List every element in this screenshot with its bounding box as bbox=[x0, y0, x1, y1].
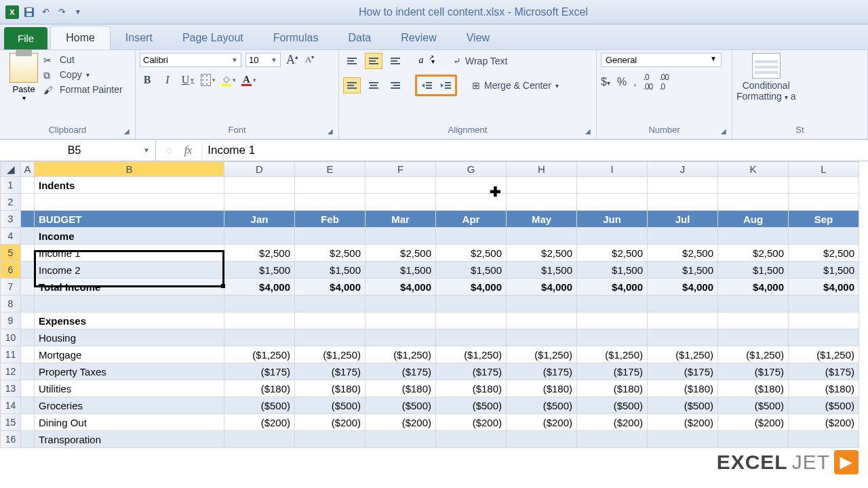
cell[interactable] bbox=[718, 228, 789, 245]
col-header[interactable]: K bbox=[718, 162, 789, 177]
cell[interactable] bbox=[21, 346, 35, 363]
row-header[interactable]: 7 bbox=[1, 279, 21, 296]
cell[interactable]: ($175) bbox=[789, 363, 859, 380]
cell[interactable]: ($180) bbox=[789, 380, 859, 397]
dialog-launcher-icon[interactable]: ◢ bbox=[585, 125, 591, 138]
cell[interactable] bbox=[295, 296, 366, 312]
row-header[interactable]: 11 bbox=[1, 346, 21, 363]
cell[interactable] bbox=[436, 296, 507, 312]
cell[interactable] bbox=[21, 228, 35, 245]
cell[interactable] bbox=[21, 262, 35, 279]
cell[interactable]: ($180) bbox=[507, 380, 577, 397]
row-header[interactable]: 6 bbox=[1, 262, 21, 279]
cell[interactable] bbox=[577, 431, 648, 448]
cell[interactable]: Mortgage bbox=[35, 346, 224, 363]
cell[interactable]: $2,500 bbox=[507, 245, 577, 262]
cell[interactable] bbox=[366, 177, 436, 194]
select-all-corner[interactable]: ◢ bbox=[1, 162, 21, 177]
cell[interactable] bbox=[21, 431, 35, 448]
row-header[interactable]: 2 bbox=[1, 194, 21, 211]
cell[interactable]: ($1,250) bbox=[718, 346, 789, 363]
cell[interactable]: $1,500 bbox=[224, 262, 295, 279]
cell[interactable] bbox=[366, 431, 436, 448]
cell[interactable] bbox=[295, 431, 366, 448]
cell[interactable]: Indents bbox=[35, 177, 224, 194]
cell[interactable] bbox=[648, 296, 718, 312]
cell[interactable]: ($500) bbox=[436, 397, 507, 414]
cell[interactable] bbox=[507, 177, 577, 194]
number-format-combo[interactable]: General▼ bbox=[601, 53, 722, 67]
cell[interactable]: Property Taxes bbox=[35, 363, 224, 380]
cell[interactable] bbox=[718, 329, 789, 346]
cell[interactable]: ($180) bbox=[648, 380, 718, 397]
bold-button[interactable]: B bbox=[140, 73, 155, 87]
cell[interactable] bbox=[648, 228, 718, 245]
cell[interactable]: $2,500 bbox=[295, 245, 366, 262]
cell[interactable] bbox=[436, 431, 507, 448]
cell[interactable]: Apr bbox=[436, 211, 507, 228]
cell[interactable] bbox=[35, 194, 224, 211]
tab-insert[interactable]: Insert bbox=[111, 26, 167, 49]
cell[interactable] bbox=[21, 363, 35, 380]
row-header[interactable]: 5 bbox=[1, 245, 21, 262]
cell[interactable]: ($175) bbox=[648, 363, 718, 380]
cell[interactable] bbox=[224, 194, 295, 211]
cell[interactable] bbox=[648, 194, 718, 211]
cell[interactable] bbox=[21, 279, 35, 296]
cell[interactable]: ($180) bbox=[295, 380, 366, 397]
cell[interactable]: Aug bbox=[718, 211, 789, 228]
align-left-button[interactable] bbox=[343, 77, 361, 94]
cell[interactable] bbox=[224, 296, 295, 312]
cell[interactable]: ($200) bbox=[789, 414, 859, 431]
cell[interactable] bbox=[648, 329, 718, 346]
cell[interactable]: ($180) bbox=[577, 380, 648, 397]
cell[interactable]: ($175) bbox=[718, 363, 789, 380]
tab-page-layout[interactable]: Page Layout bbox=[167, 26, 258, 49]
cell[interactable]: ($1,250) bbox=[436, 346, 507, 363]
increase-indent-button[interactable] bbox=[437, 77, 454, 94]
format-painter-button[interactable]: 🖌Format Painter bbox=[43, 84, 123, 95]
cell[interactable] bbox=[577, 329, 648, 346]
cell[interactable]: ($1,250) bbox=[648, 346, 718, 363]
tab-home[interactable]: Home bbox=[50, 26, 111, 49]
cell[interactable]: ($500) bbox=[224, 397, 295, 414]
cell[interactable] bbox=[789, 431, 859, 448]
decrease-indent-button[interactable] bbox=[418, 77, 435, 94]
tab-formulas[interactable]: Formulas bbox=[258, 26, 334, 49]
cell[interactable]: ($180) bbox=[224, 380, 295, 397]
cell[interactable]: Jan bbox=[224, 211, 295, 228]
cell[interactable]: ($175) bbox=[366, 363, 436, 380]
cell[interactable]: $2,500 bbox=[366, 245, 436, 262]
cell[interactable] bbox=[436, 312, 507, 329]
row-header[interactable]: 16 bbox=[1, 431, 21, 448]
cell[interactable] bbox=[366, 329, 436, 346]
cell[interactable] bbox=[718, 296, 789, 312]
cell[interactable] bbox=[648, 177, 718, 194]
cell[interactable] bbox=[295, 228, 366, 245]
cell[interactable]: Expenses bbox=[35, 312, 224, 329]
cell[interactable] bbox=[21, 296, 35, 312]
cell[interactable]: $2,500 bbox=[648, 245, 718, 262]
cell[interactable]: $1,500 bbox=[436, 262, 507, 279]
cell[interactable]: $4,000 bbox=[507, 279, 577, 296]
cell[interactable] bbox=[436, 228, 507, 245]
cell[interactable] bbox=[718, 431, 789, 448]
dialog-launcher-icon[interactable]: ◢ bbox=[328, 125, 333, 138]
row-header[interactable]: 3 bbox=[1, 211, 21, 228]
cell[interactable]: ($200) bbox=[648, 414, 718, 431]
cell[interactable]: ($200) bbox=[366, 414, 436, 431]
font-size-combo[interactable]: 10▼ bbox=[245, 53, 281, 67]
row-header[interactable]: 4 bbox=[1, 228, 21, 245]
cell[interactable] bbox=[21, 194, 35, 211]
col-header[interactable]: L bbox=[789, 162, 859, 177]
cell[interactable]: Feb bbox=[295, 211, 366, 228]
cell[interactable]: ($1,250) bbox=[295, 346, 366, 363]
cell[interactable] bbox=[295, 177, 366, 194]
cell[interactable] bbox=[366, 228, 436, 245]
save-icon[interactable] bbox=[23, 6, 35, 18]
accounting-button[interactable]: $▾ bbox=[601, 76, 610, 88]
cell[interactable] bbox=[507, 431, 577, 448]
cell[interactable]: ($500) bbox=[295, 397, 366, 414]
cell[interactable] bbox=[21, 414, 35, 431]
cell[interactable]: Income 2 bbox=[35, 262, 224, 279]
